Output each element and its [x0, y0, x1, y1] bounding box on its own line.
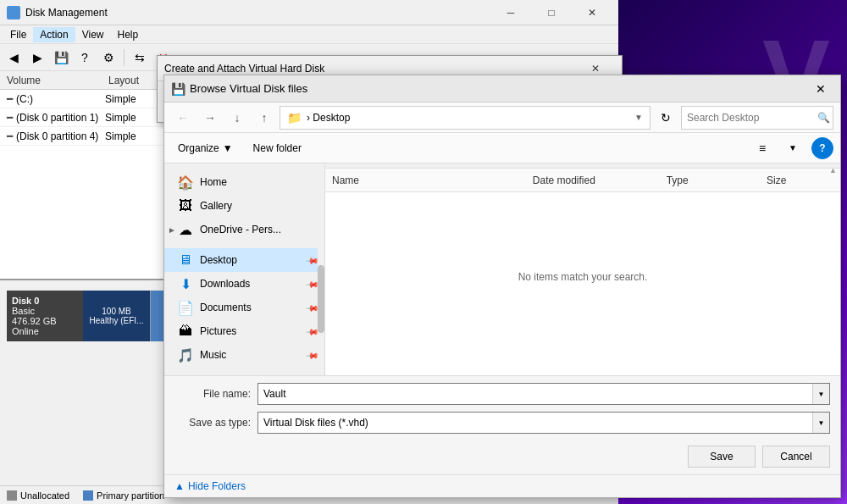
sidebar-item-music[interactable]: 🎵 Music 📌 — [164, 343, 324, 367]
onedrive-icon: ☁ — [178, 222, 193, 237]
view-dropdown-button[interactable]: ▼ — [781, 137, 805, 159]
browse-dialog: 💾 Browse Virtual Disk files ✕ ← → ↓ ↑ 📁 … — [163, 75, 841, 498]
filename-input-wrap: ▼ — [257, 383, 830, 405]
search-input[interactable] — [687, 112, 814, 124]
legend-unallocated: Unallocated — [7, 490, 69, 501]
help-button[interactable]: ? — [811, 137, 833, 159]
gallery-icon: 🖼 — [178, 198, 193, 213]
app-icon — [7, 6, 20, 19]
sidebar-item-desktop[interactable]: 🖥 Desktop 📌 — [164, 248, 324, 272]
title-bar: Disk Management ─ □ ✕ — [0, 0, 618, 25]
search-box: 🔍 — [681, 106, 833, 130]
file-col-date[interactable]: Date modified — [533, 174, 667, 186]
filename-label: File name: — [174, 388, 251, 400]
saveas-label: Save as type: — [174, 417, 251, 429]
nav-down-button[interactable]: ↓ — [225, 106, 249, 130]
address-bar-row: ← → ↓ ↑ 📁 › Desktop ▼ ↻ 🔍 — [164, 102, 840, 133]
menu-view[interactable]: View — [75, 27, 111, 42]
browse-content: 🏠 Home 🖼 Gallery ► ☁ OneDrive - Pers... — [164, 163, 840, 375]
filename-input[interactable] — [258, 384, 812, 404]
file-col-name[interactable]: Name — [332, 174, 533, 186]
disk0-label: Disk 0 Basic 476.92 GB Online — [7, 291, 83, 341]
address-dropdown-arrow: ▼ — [634, 113, 643, 122]
file-list-header: Name Date modified Type Size — [325, 169, 840, 192]
onedrive-label: OneDrive - Pers... — [200, 224, 318, 235]
documents-label: Documents — [200, 302, 301, 313]
browse-dialog-title: Browse Virtual Disk files — [190, 82, 808, 95]
hide-folders-label: Hide Folders — [188, 480, 246, 492]
pictures-icon: 🏔 — [178, 324, 193, 339]
file-col-type[interactable]: Type — [667, 174, 767, 186]
file-list-area: ▲ Name Date modified Type Size No items … — [325, 163, 840, 375]
menu-file[interactable]: File — [3, 27, 33, 42]
gallery-label: Gallery — [200, 200, 318, 212]
help-toolbar-button[interactable]: ? — [75, 47, 95, 68]
sidebar-item-downloads[interactable]: ⬇ Downloads 📌 — [164, 272, 324, 296]
saveas-input-wrap: Virtual Disk files (*.vhd) ▼ — [257, 412, 830, 434]
hide-folders-arrow: ▲ — [174, 480, 185, 492]
sidebar-item-onedrive[interactable]: ► ☁ OneDrive - Pers... — [164, 218, 324, 241]
organize-button[interactable]: Organize ▼ — [171, 137, 240, 159]
nav-up-button[interactable]: ↑ — [252, 106, 276, 130]
close-button[interactable]: ✕ — [573, 0, 612, 25]
primary-label: Primary partition — [97, 490, 164, 501]
forward-toolbar-button[interactable]: ▶ — [27, 47, 47, 68]
empty-message: No items match your search. — [518, 271, 648, 283]
menu-action[interactable]: Action — [33, 27, 75, 42]
saveas-row: Save as type: Virtual Disk files (*.vhd)… — [164, 412, 840, 440]
menu-help[interactable]: Help — [111, 27, 146, 42]
legend-primary: Primary partition — [83, 490, 164, 501]
address-box[interactable]: 📁 › Desktop ▼ — [280, 106, 650, 130]
disk0-status: Online — [12, 326, 78, 336]
disk-toolbar-button[interactable]: 💾 — [51, 47, 71, 68]
file-list-empty: No items match your search. — [325, 192, 840, 362]
disk0-size: 476.92 GB — [12, 316, 78, 326]
downloads-icon: ⬇ — [178, 276, 193, 291]
back-toolbar-button[interactable]: ◀ — [3, 47, 24, 68]
disk0-efi-partition: 100 MB Healthy (EFI... — [83, 291, 151, 341]
save-button[interactable]: Save — [688, 446, 756, 468]
nav-forward-button[interactable]: → — [198, 106, 222, 130]
documents-icon: 📄 — [178, 300, 193, 315]
nav-back-button[interactable]: ← — [171, 106, 195, 130]
filename-dropdown-button[interactable]: ▼ — [812, 384, 829, 404]
music-icon: 🎵 — [178, 347, 193, 363]
properties-toolbar-button[interactable]: ⚙ — [98, 47, 119, 68]
filename-row: File name: ▼ — [164, 376, 840, 412]
browse-close-button[interactable]: ✕ — [808, 77, 833, 101]
maximize-button[interactable]: □ — [532, 0, 571, 25]
col-volume-header[interactable]: Volume — [7, 75, 108, 86]
organize-arrow: ▼ — [223, 142, 233, 154]
settings-toolbar-button[interactable]: ⇆ — [130, 47, 150, 68]
refresh-button[interactable]: ↻ — [654, 106, 678, 130]
sidebar-item-home[interactable]: 🏠 Home — [164, 170, 324, 194]
sidebar-scrollbar[interactable] — [318, 163, 324, 375]
sidebar-item-documents[interactable]: 📄 Documents 📌 — [164, 296, 324, 319]
nav-section-quick: 🏠 Home 🖼 Gallery ► ☁ OneDrive - Pers... — [164, 170, 324, 367]
cancel-button[interactable]: Cancel — [762, 446, 830, 468]
menu-bar: File Action View Help — [0, 25, 618, 44]
sidebar-item-pictures[interactable]: 🏔 Pictures 📌 — [164, 319, 324, 343]
sidebar-nav: 🏠 Home 🖼 Gallery ► ☁ OneDrive - Pers... — [164, 163, 325, 375]
address-folder-icon: 📁 — [287, 111, 302, 125]
saveas-dropdown-button[interactable]: ▼ — [812, 413, 829, 433]
music-label: Music — [200, 349, 301, 361]
downloads-label: Downloads — [200, 278, 301, 290]
new-folder-button[interactable]: New folder — [246, 137, 308, 159]
window-controls: ─ □ ✕ — [491, 0, 612, 25]
primary-color — [83, 490, 93, 501]
browse-dialog-icon: 💾 — [171, 82, 185, 96]
sidebar-item-gallery[interactable]: 🖼 Gallery — [164, 194, 324, 218]
scrollbar-thumb — [318, 265, 324, 333]
home-label: Home — [200, 176, 318, 188]
file-col-size[interactable]: Size — [767, 174, 833, 186]
hide-folders-row[interactable]: ▲ Hide Folders — [164, 474, 840, 497]
minimize-button[interactable]: ─ — [491, 0, 530, 25]
view-button[interactable]: ≡ — [750, 137, 774, 159]
nav-divider — [164, 241, 324, 248]
unallocated-label: Unallocated — [20, 490, 69, 501]
home-icon: 🏠 — [178, 174, 193, 190]
toolbar-separator — [124, 49, 125, 66]
search-icon: 🔍 — [817, 112, 830, 124]
organize-label: Organize — [178, 142, 219, 154]
